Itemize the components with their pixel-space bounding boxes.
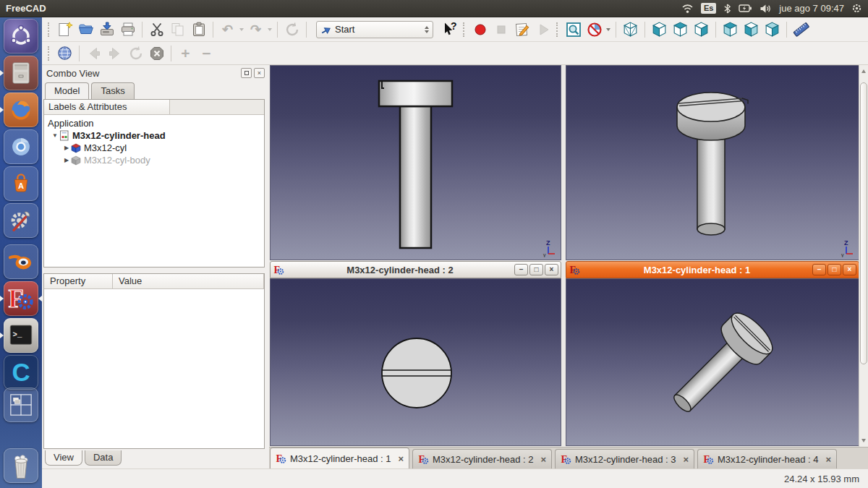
new-document-button[interactable] [54, 20, 75, 40]
window-tab-3[interactable]: F M3x12-cylinder-head : 3 × [555, 449, 694, 468]
expander-open-icon[interactable]: ▼ [51, 132, 59, 139]
freecad-logo-icon: F [273, 265, 284, 275]
undo-dropdown[interactable] [239, 28, 244, 31]
tab-tasks[interactable]: Tasks [91, 82, 134, 99]
tab-close-icon[interactable]: × [683, 454, 689, 465]
save-document-button[interactable] [96, 20, 117, 40]
panel-close-button[interactable]: × [254, 68, 265, 78]
viewport-top[interactable] [270, 278, 561, 446]
maximize-button[interactable]: □ [827, 264, 841, 275]
tab-view[interactable]: View [45, 450, 82, 466]
view-top-button[interactable] [670, 20, 691, 40]
view-front-button[interactable] [649, 20, 670, 40]
undo-button[interactable]: ↶ [217, 20, 238, 40]
zoom-out-button[interactable]: − [196, 43, 217, 64]
workbench-selector[interactable]: Start [316, 21, 433, 38]
view-left-button[interactable] [762, 20, 783, 40]
launcher-item-files[interactable] [4, 56, 38, 90]
tree-row-document[interactable]: ▼ M3x12-cylinder-head [44, 129, 264, 142]
toolbar-drag-handle[interactable] [48, 22, 51, 37]
window-tab-2[interactable]: F M3x12-cylinder-head : 2 × [412, 449, 552, 468]
battery-icon[interactable] [739, 4, 752, 13]
launcher-item-firefox[interactable] [4, 93, 38, 127]
whats-this-button[interactable]: ? [439, 20, 460, 40]
subwindow-titlebar-active[interactable]: F M3x12-cylinder-head : 1 – □ × [566, 261, 859, 278]
tree-row-part[interactable]: ▶ M3x12-cyl [44, 142, 264, 154]
window-tab-1[interactable]: F M3x12-cylinder-head : 1 × [270, 448, 409, 468]
draw-style-dropdown[interactable] [606, 28, 610, 31]
view-axonometric-button[interactable] [620, 20, 641, 40]
view-rear-button[interactable] [720, 20, 741, 40]
view-right-button[interactable] [691, 20, 712, 40]
tab-close-icon[interactable]: × [398, 453, 404, 464]
draw-style-button[interactable] [584, 20, 605, 40]
launcher-item-terminal[interactable]: >_ [4, 318, 38, 353]
macro-execute-button[interactable] [532, 20, 553, 40]
toolbar-drag-handle[interactable] [556, 22, 560, 37]
launcher-item-freecad[interactable]: F [4, 281, 38, 316]
minimize-button[interactable]: – [514, 264, 528, 275]
wifi-icon[interactable] [681, 3, 694, 14]
browser-stop-button[interactable] [146, 43, 167, 64]
macro-stop-button[interactable] [490, 20, 511, 40]
clock[interactable]: jue ago 7 09:47 [779, 3, 844, 14]
maximize-button[interactable]: □ [529, 264, 543, 275]
toolbar-drag-handle[interactable] [463, 22, 467, 37]
close-button[interactable]: × [843, 264, 856, 275]
expander-closed-icon[interactable]: ▶ [62, 157, 71, 163]
macro-edit-button[interactable] [511, 20, 532, 40]
expander-closed-icon[interactable]: ▶ [62, 145, 71, 151]
paste-button[interactable] [188, 20, 209, 40]
open-website-button[interactable] [54, 43, 75, 64]
mdi-vertical-scrollbar[interactable] [859, 65, 868, 447]
launcher-item-trash[interactable] [4, 448, 38, 483]
scroll-thumb[interactable] [860, 82, 867, 364]
tab-close-icon[interactable]: × [540, 454, 546, 465]
volume-icon[interactable] [760, 4, 772, 14]
refresh-button[interactable] [281, 20, 302, 40]
tab-model[interactable]: Model [45, 82, 89, 99]
measure-distance-button[interactable] [791, 20, 812, 40]
viewport-axonometric-top[interactable]: Zy [566, 65, 859, 260]
redo-button[interactable]: ↷ [245, 20, 266, 40]
scroll-up-arrow[interactable] [861, 69, 866, 73]
window-tab-4[interactable]: F M3x12-cylinder-head : 4 × [697, 449, 837, 468]
launcher-item-ubuntu-dash[interactable] [4, 19, 38, 53]
launcher-item-system-settings[interactable] [4, 203, 38, 238]
launcher-item-chromium[interactable] [4, 129, 38, 164]
session-gear-icon[interactable] [851, 3, 862, 14]
zoom-in-button[interactable]: + [175, 43, 196, 64]
open-document-button[interactable] [75, 20, 96, 40]
launcher-item-software-center[interactable]: A [4, 166, 38, 201]
tree-row-application[interactable]: Application [44, 117, 264, 129]
fit-all-button[interactable] [563, 20, 584, 40]
launcher-item-c-editor[interactable]: C [4, 355, 38, 390]
panel-float-button[interactable] [241, 68, 252, 78]
browser-back-button[interactable] [83, 43, 104, 64]
scroll-down-arrow[interactable] [861, 439, 866, 442]
minimize-button[interactable]: – [812, 264, 826, 275]
tab-close-icon[interactable]: × [825, 454, 831, 465]
tree-column-header[interactable]: Labels & Attributes [44, 100, 170, 114]
browser-forward-button[interactable] [104, 43, 125, 64]
bluetooth-icon[interactable] [723, 3, 731, 14]
launcher-item-blender[interactable] [4, 244, 38, 279]
macro-record-icon [472, 21, 489, 38]
cut-button[interactable] [146, 20, 167, 40]
macro-record-button[interactable] [469, 20, 490, 40]
close-button[interactable]: × [545, 264, 558, 275]
tree-row-body[interactable]: ▶ M3x12-cyl-body [44, 154, 264, 166]
keyboard-layout-indicator[interactable]: Es [701, 3, 716, 14]
view-bottom-button[interactable] [741, 20, 762, 40]
toolbar-drag-handle[interactable] [48, 46, 51, 61]
viewport-front[interactable]: Zy [270, 65, 561, 260]
browser-refresh-button[interactable] [125, 43, 146, 64]
viewport-axonometric-free[interactable] [566, 278, 859, 446]
launcher-item-workspace-switcher[interactable] [4, 388, 38, 422]
subwindow-titlebar-inactive[interactable]: F M3x12-cylinder-head : 2 – □ × [270, 261, 561, 278]
tab-data[interactable]: Data [85, 450, 122, 466]
print-button[interactable] [117, 20, 138, 40]
redo-dropdown[interactable] [268, 28, 272, 31]
workbench-spinner[interactable] [425, 26, 429, 33]
copy-button[interactable] [167, 20, 188, 40]
